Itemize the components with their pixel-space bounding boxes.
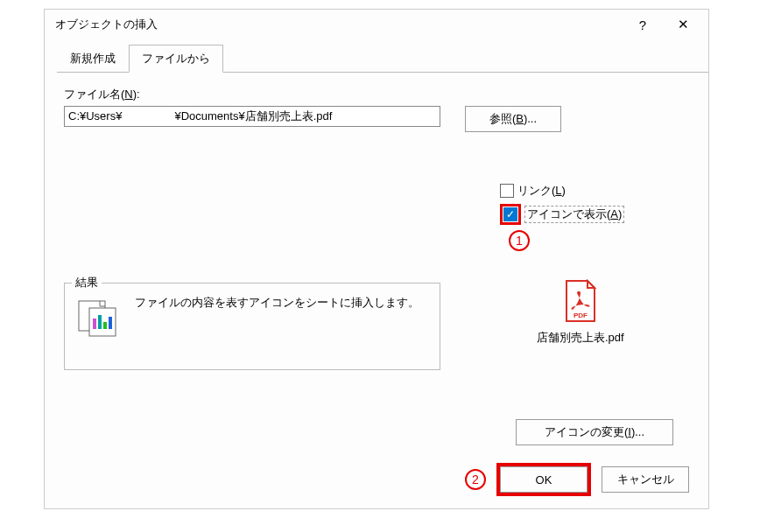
help-button[interactable]: ?	[623, 10, 663, 38]
footer: 2 OK キャンセル	[465, 463, 689, 496]
svg-rect-5	[109, 317, 112, 329]
filename-label: ファイル名(N):	[64, 87, 689, 102]
show-as-icon-checkbox[interactable]: ✓	[503, 207, 517, 221]
close-button[interactable]: ✕	[663, 10, 703, 38]
titlebar: オブジェクトの挿入 ? ✕	[45, 10, 708, 39]
options-area: リンク(L) ✓ アイコンで表示(A) 1	[500, 183, 624, 230]
ok-button[interactable]: OK	[500, 466, 588, 493]
svg-rect-4	[103, 322, 107, 329]
preview-area: PDF 店舗別売上表.pdf	[537, 279, 624, 346]
annotation-1: 1	[509, 230, 530, 251]
preview-filename: 店舗別売上表.pdf	[537, 330, 624, 346]
annotation-highlight-1: ✓	[500, 204, 521, 225]
browse-button[interactable]: 参照(B)...	[465, 106, 561, 132]
filename-part1: C:¥Users¥	[68, 109, 122, 122]
cancel-button[interactable]: キャンセル	[602, 466, 689, 493]
svg-rect-3	[98, 315, 102, 329]
filename-input[interactable]: C:¥Users¥¥Documents¥店舗別売上表.pdf	[64, 106, 440, 127]
svg-text:PDF: PDF	[574, 312, 588, 319]
annotation-highlight-2: OK	[496, 463, 591, 496]
svg-rect-2	[93, 318, 96, 329]
change-icon-button[interactable]: アイコンの変更(I)...	[516, 419, 673, 445]
annotation-2: 2	[465, 469, 486, 490]
link-checkbox-row[interactable]: リンク(L)	[500, 183, 624, 199]
result-text: ファイルの内容を表すアイコンをシートに挿入します。	[135, 294, 419, 312]
link-label: リンク(L)	[517, 183, 566, 199]
result-group: 結果 ファイルの内容を表すアイコンをシートに挿入します。	[64, 283, 440, 370]
filename-part2: ¥Documents¥店舗別売上表.pdf	[174, 109, 332, 122]
pdf-icon: PDF	[561, 279, 600, 325]
show-as-icon-row[interactable]: ✓ アイコンで表示(A)	[500, 204, 624, 225]
link-checkbox[interactable]	[500, 184, 514, 198]
insert-object-dialog: オブジェクトの挿入 ? ✕ 新規作成 ファイルから ファイル名(N): C:¥U…	[44, 9, 709, 509]
result-icon	[77, 299, 119, 338]
tab-from-file[interactable]: ファイルから	[129, 45, 223, 73]
tab-create-new[interactable]: 新規作成	[57, 45, 129, 73]
file-row: C:¥Users¥¥Documents¥店舗別売上表.pdf 参照(B)...	[64, 106, 689, 132]
result-legend: 結果	[72, 275, 102, 290]
titlebar-controls: ? ✕	[623, 10, 703, 38]
show-as-icon-label: アイコンで表示(A)	[524, 206, 624, 223]
dialog-title: オブジェクトの挿入	[55, 17, 158, 32]
content-area: ファイル名(N): C:¥Users¥¥Documents¥店舗別売上表.pdf…	[45, 73, 708, 370]
tabs: 新規作成 ファイルから	[57, 45, 708, 73]
